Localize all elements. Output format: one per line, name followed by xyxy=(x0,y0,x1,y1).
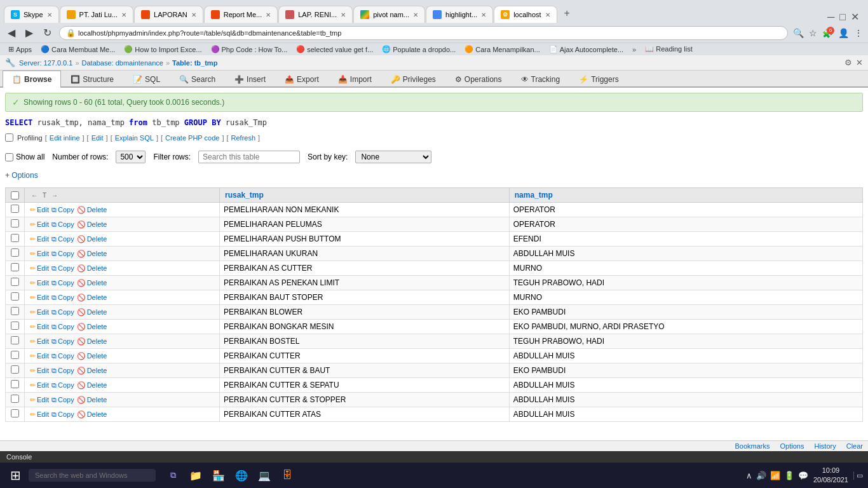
edit-button[interactable]: ✏ Edit xyxy=(29,278,50,288)
row-checkbox[interactable] xyxy=(11,409,19,417)
tab-close-jati[interactable]: ✕ xyxy=(121,11,126,18)
show-all-checkbox[interactable] xyxy=(5,153,13,161)
filter-rows-input[interactable] xyxy=(198,151,300,163)
clear-link[interactable]: Clear xyxy=(846,442,863,450)
notification-icon[interactable]: 💬 xyxy=(798,471,808,480)
tab-operations[interactable]: ⚙ Operations xyxy=(445,71,512,88)
tab-lap-reni[interactable]: LAP. RENI... ✕ xyxy=(278,6,353,23)
tab-triggers[interactable]: ⚡ Triggers xyxy=(569,71,628,88)
delete-button[interactable]: 🚫 Delete xyxy=(76,366,109,376)
tab-localhost[interactable]: ⚙ localhost ✕ xyxy=(494,6,557,23)
tab-close-lap-reni[interactable]: ✕ xyxy=(341,11,346,18)
minimize-button[interactable]: ─ xyxy=(827,11,834,23)
row-checkbox[interactable] xyxy=(11,234,19,242)
edit-button[interactable]: ✏ Edit xyxy=(29,220,50,229)
url-box[interactable]: 🔒 localhost/phpmyadmin/index.php?route=/… xyxy=(59,26,788,40)
row-checkbox[interactable] xyxy=(11,248,19,257)
col-t-btn[interactable]: T xyxy=(41,192,48,199)
tab-search[interactable]: 🔍 Search xyxy=(170,71,225,88)
delete-button[interactable]: 🚫 Delete xyxy=(76,410,109,419)
tab-close-report[interactable]: ✕ xyxy=(266,11,271,18)
edit-button[interactable]: ✏ Edit xyxy=(29,337,50,346)
row-checkbox[interactable] xyxy=(11,292,19,301)
tab-structure[interactable]: 🔲 Structure xyxy=(61,71,123,88)
edit-button[interactable]: ✏ Edit xyxy=(29,205,50,215)
tab-skype[interactable]: S Skype ✕ xyxy=(4,6,59,23)
copy-button[interactable]: ⧉ Copy xyxy=(50,205,76,215)
edit-inline-link[interactable]: Edit inline xyxy=(50,134,80,142)
rusak-tmp-header[interactable]: rusak_tmp xyxy=(220,188,510,203)
copy-button[interactable]: ⧉ Copy xyxy=(50,293,76,302)
edit-button[interactable]: ✏ Edit xyxy=(29,293,50,302)
delete-button[interactable]: 🚫 Delete xyxy=(76,293,109,302)
col-right-btn[interactable]: → xyxy=(50,192,59,199)
copy-button[interactable]: ⧉ Copy xyxy=(50,351,76,361)
sort-by-key-select[interactable]: None xyxy=(355,151,431,163)
edit-button[interactable]: ✏ Edit xyxy=(29,308,50,317)
copy-button[interactable]: ⧉ Copy xyxy=(50,366,76,376)
options-status-link[interactable]: Options xyxy=(780,442,804,450)
tab-privileges[interactable]: 🔑 Privileges xyxy=(381,71,445,88)
profile-icon[interactable]: 👤 xyxy=(838,28,849,38)
tab-jati[interactable]: PT. Jati Lu... ✕ xyxy=(60,6,134,23)
copy-button[interactable]: ⧉ Copy xyxy=(50,249,76,259)
create-php-link[interactable]: Create PHP code xyxy=(165,134,219,142)
nama-tmp-header[interactable]: nama_tmp xyxy=(509,188,862,203)
edit-link[interactable]: Edit xyxy=(92,134,104,142)
tab-pivot[interactable]: pivot nam... ✕ xyxy=(353,6,425,23)
select-all-checkbox[interactable] xyxy=(11,191,19,200)
tab-import[interactable]: 📥 Import xyxy=(329,71,381,88)
delete-button[interactable]: 🚫 Delete xyxy=(76,220,109,229)
bm-php[interactable]: 🟣 Php Code : How To... xyxy=(208,44,291,54)
copy-button[interactable]: ⧉ Copy xyxy=(50,264,76,273)
row-count-select[interactable]: 500 25 50 100 250 xyxy=(116,151,146,163)
history-link[interactable]: History xyxy=(814,442,836,450)
edit-button[interactable]: ✏ Edit xyxy=(29,234,50,244)
console-bar[interactable]: Console xyxy=(0,451,868,463)
delete-button[interactable]: 🚫 Delete xyxy=(76,249,109,259)
row-checkbox[interactable] xyxy=(11,351,19,359)
explain-sql-link[interactable]: Explain SQL xyxy=(115,134,154,142)
options-link[interactable]: + Options xyxy=(5,171,38,180)
copy-button[interactable]: ⧉ Copy xyxy=(50,381,76,390)
row-checkbox[interactable] xyxy=(11,395,19,403)
tab-export[interactable]: 📤 Export xyxy=(275,71,329,88)
bm-selected[interactable]: 🔴 selected value get f... xyxy=(293,44,376,54)
vscode-icon[interactable]: 💻 xyxy=(255,466,274,485)
bm-cara[interactable]: 🔵 Cara Membuat Me... xyxy=(37,44,118,54)
row-checkbox[interactable] xyxy=(11,380,19,388)
task-view-icon[interactable]: ⧉ xyxy=(163,466,182,485)
delete-button[interactable]: 🚫 Delete xyxy=(76,264,109,273)
tab-close-laporan[interactable]: ✕ xyxy=(191,11,196,18)
tab-close-pivot[interactable]: ✕ xyxy=(413,11,418,18)
star-icon[interactable]: ☆ xyxy=(809,28,817,38)
col-left-btn[interactable]: ← xyxy=(30,192,39,199)
row-checkbox[interactable] xyxy=(11,205,19,213)
start-button[interactable]: ⊞ xyxy=(5,465,26,485)
reload-button[interactable]: ↻ xyxy=(41,25,54,40)
file-explorer-icon[interactable]: 📁 xyxy=(186,466,205,485)
bm-apps[interactable]: ⊞ Apps xyxy=(5,44,35,54)
delete-button[interactable]: 🚫 Delete xyxy=(76,395,109,405)
tab-tracking[interactable]: 👁 Tracking xyxy=(512,71,570,88)
copy-button[interactable]: ⧉ Copy xyxy=(50,234,76,244)
tab-highlight[interactable]: highlight... ✕ xyxy=(426,6,493,23)
row-checkbox[interactable] xyxy=(11,322,19,330)
edit-button[interactable]: ✏ Edit xyxy=(29,410,50,419)
tab-close-localhost[interactable]: ✕ xyxy=(545,11,550,18)
copy-button[interactable]: ⧉ Copy xyxy=(50,337,76,346)
tab-report[interactable]: Report Me... ✕ xyxy=(204,6,278,23)
taskbar-search[interactable] xyxy=(29,469,156,482)
bookmarks-more[interactable]: » xyxy=(629,45,639,54)
row-checkbox[interactable] xyxy=(11,336,19,344)
pma-logo[interactable]: 🔧 xyxy=(5,58,15,67)
tab-laporan[interactable]: LAPORAN ✕ xyxy=(134,6,203,23)
delete-button[interactable]: 🚫 Delete xyxy=(76,322,109,332)
close-pma-icon[interactable]: ✕ xyxy=(856,58,863,67)
tab-browse[interactable]: 📋 Browse xyxy=(3,71,61,88)
delete-button[interactable]: 🚫 Delete xyxy=(76,308,109,317)
copy-button[interactable]: ⧉ Copy xyxy=(50,410,76,419)
close-button[interactable]: ✕ xyxy=(851,11,859,23)
store-icon[interactable]: 🏪 xyxy=(209,466,228,485)
heidisql-icon[interactable]: 🗄 xyxy=(278,466,297,485)
